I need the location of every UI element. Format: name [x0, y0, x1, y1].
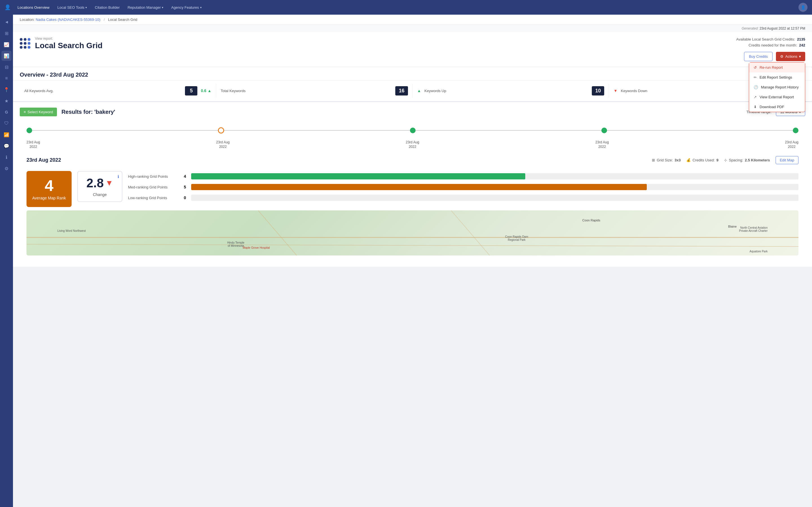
dropdown-rerun-report[interactable]: ↺ Re-run Report	[749, 62, 805, 72]
reports-sidebar-icon[interactable]: 📊	[1, 51, 11, 61]
map-label-coon-rapids-dam: Coon Rapids DamRegional Park	[505, 235, 528, 241]
timeline-point-1[interactable]	[27, 128, 32, 133]
timeline-date-1: 23rd Aug2022	[27, 140, 40, 150]
dropdown-download-pdf[interactable]: ⬇ Download PDF	[749, 102, 805, 112]
report-title-area: View report: Local Search Grid	[20, 37, 103, 50]
map-label-aquatore: Aquatore Park	[750, 250, 768, 253]
user-avatar[interactable]: 👤	[799, 3, 808, 12]
keyword-header: ≡ Select Keyword Results for: 'bakery' T…	[20, 108, 805, 116]
spacing-label: Spacing:	[729, 158, 743, 162]
timeline-point-5[interactable]	[793, 128, 799, 133]
nav-item-reputation[interactable]: Reputation Manager ▾	[124, 4, 167, 11]
dropdown-manage-history[interactable]: 🕐 Manage Report History	[749, 82, 805, 92]
map-label-maple-grove: Maple Grove Hospital	[243, 246, 270, 249]
signal-sidebar-icon[interactable]: 📶	[1, 129, 11, 140]
change-card: ℹ 2.8 ▼ Change	[77, 171, 122, 202]
bar-row-low: Low-ranking Grid Points 0	[128, 194, 799, 201]
buy-credits-button[interactable]: Buy Credits	[744, 52, 772, 61]
dashboard-sidebar-icon[interactable]: ⊞	[1, 28, 11, 38]
funnel-sidebar-icon[interactable]: ≡	[1, 73, 11, 83]
bar-track-high	[191, 173, 799, 179]
timeline-date-3: 23rd Aug2022	[406, 140, 419, 150]
credits-label-1: Available Local Search Grid Credits:	[736, 37, 795, 41]
stat-keywords-up: ▲ Keywords Up 10	[413, 84, 609, 98]
change-number: 2.8 ▼	[87, 176, 113, 190]
credits-info: Available Local Search Grid Credits: 213…	[736, 37, 805, 48]
svg-line-3	[451, 210, 490, 256]
credits-label-2: Credits needed for the month:	[749, 43, 797, 47]
collapse-sidebar-icon[interactable]: ◀	[1, 17, 11, 27]
keyword-section: ≡ Select Keyword Results for: 'bakery' T…	[13, 101, 812, 267]
grid-sidebar-icon[interactable]: ⊟	[1, 62, 11, 72]
top-navigation: 👤 Locations Overview Local SEO Tools ▾ C…	[0, 0, 812, 15]
manage-history-icon: 🕐	[754, 85, 758, 89]
average-rank-card: 4 Average Map Rank	[27, 171, 71, 207]
dropdown-edit-settings[interactable]: ✏ Edit Report Settings	[749, 72, 805, 82]
map-label-blaine: Blaine	[728, 225, 737, 228]
bar-row-med: Med-ranking Grid Points 5	[128, 184, 799, 190]
edit-settings-icon: ✏	[754, 75, 757, 79]
star-sidebar-icon[interactable]: ★	[1, 96, 11, 106]
stat-change-value: 0.6	[201, 89, 206, 93]
breadcrumb-page-name: Local Search Grid	[108, 17, 137, 22]
info-sidebar-icon[interactable]: ℹ	[1, 152, 11, 162]
generated-bar: Generated: 23rd August 2022 at 12:57 PM	[13, 25, 812, 32]
credits-used-item: 💰 Credits Used: 9	[686, 158, 718, 162]
nav-item-local-seo[interactable]: Local SEO Tools ▾	[54, 4, 90, 11]
timeline-point-4[interactable]	[601, 128, 607, 133]
rank-label: Average Map Rank	[32, 196, 66, 200]
nav-item-citation[interactable]: Citation Builder	[91, 4, 123, 11]
map-container[interactable]: Coon Rapids Blaine Living Word Northwest…	[27, 210, 799, 256]
credits-used-label: Credits Used:	[693, 158, 715, 162]
report-title: Local Search Grid	[35, 41, 103, 50]
agency-chevron-icon: ▾	[200, 6, 202, 9]
analytics-sidebar-icon[interactable]: 📈	[1, 40, 11, 50]
generated-value: 23rd August 2022 at 12:57 PM	[760, 26, 805, 31]
select-keyword-button[interactable]: ≡ Select Keyword	[20, 108, 57, 116]
actions-button[interactable]: ⚙ Actions ▾	[776, 52, 805, 61]
stat-label-total-keywords: Total Keywords	[221, 89, 392, 93]
stat-label-all-keywords: All Keywords Avg.	[24, 89, 182, 93]
dropdown-view-external[interactable]: ↗ View External Report	[749, 92, 805, 102]
timeline-point-3[interactable]	[410, 128, 416, 133]
bar-label-high: High-ranking Grid Points	[128, 174, 179, 179]
location-sidebar-icon[interactable]: 📍	[1, 84, 11, 95]
grid-size-label: Grid Size:	[657, 158, 673, 162]
cards-and-bars: 4 Average Map Rank ℹ 2.8 ▼ Change High-	[20, 168, 805, 210]
bar-count-low: 0	[182, 195, 188, 200]
breadcrumb-location-link[interactable]: Nadia Cakes (NADIACAKES-55369-10)	[36, 17, 100, 22]
credits-icon: 💰	[686, 158, 691, 162]
report-grid-icon	[20, 38, 31, 49]
actions-dropdown-wrapper: ⚙ Actions ▾ ↺ Re-run Report ✏	[776, 52, 805, 61]
left-sidebar: ◀ ⊞ 📈 📊 ⊟ ≡ 📍 ★ G 🛡 📶 💬 ℹ ⚙	[0, 15, 13, 507]
keywords-down-icon: ▼	[613, 89, 617, 93]
grid-icon: ⊞	[652, 158, 655, 162]
overview-section: Overview - 23rd Aug 2022 All Keywords Av…	[13, 67, 812, 101]
change-label: Change	[93, 192, 107, 197]
breadcrumb: Location: Nadia Cakes (NADIACAKES-55369-…	[13, 15, 812, 25]
actions-dropdown-menu: ↺ Re-run Report ✏ Edit Report Settings 🕐…	[749, 62, 805, 112]
bar-label-med: Med-ranking Grid Points	[128, 185, 179, 189]
timeline-date-4: 23rd Aug2022	[595, 140, 609, 150]
action-buttons-row: Buy Credits ⚙ Actions ▾ ↺ Re-run Report	[744, 52, 805, 61]
timeline-point-2[interactable]	[218, 127, 224, 133]
reputation-chevron-icon: ▾	[162, 6, 163, 9]
nav-item-locations[interactable]: Locations Overview	[14, 4, 53, 11]
keyword-content: ≡ Select Keyword Results for: 'bakery' T…	[13, 102, 812, 267]
chat-sidebar-icon[interactable]: 💬	[1, 141, 11, 151]
nav-logo-icon: 👤	[4, 4, 11, 10]
nav-item-agency[interactable]: Agency Features ▾	[168, 4, 205, 11]
map-label-hindu-temple: Hindu Templeof Minnesota	[227, 241, 245, 247]
map-label-coon-rapids: Coon Rapids	[582, 219, 600, 222]
shield-sidebar-icon[interactable]: 🛡	[1, 118, 11, 128]
rerun-icon: ↺	[754, 65, 757, 69]
bar-row-high: High-ranking Grid Points 4	[128, 173, 799, 179]
change-info-icon: ℹ	[117, 174, 119, 179]
map-label-living-word: Living Word Northwest	[57, 229, 86, 232]
stat-value-all-keywords: 5	[185, 86, 197, 96]
settings-sidebar-icon[interactable]: ⚙	[1, 163, 11, 173]
google-sidebar-icon[interactable]: G	[1, 107, 11, 117]
edit-map-button[interactable]: Edit Map	[776, 156, 799, 164]
credits-used-value: 9	[716, 158, 718, 162]
keyword-result-title: Results for: 'bakery'	[61, 109, 742, 115]
